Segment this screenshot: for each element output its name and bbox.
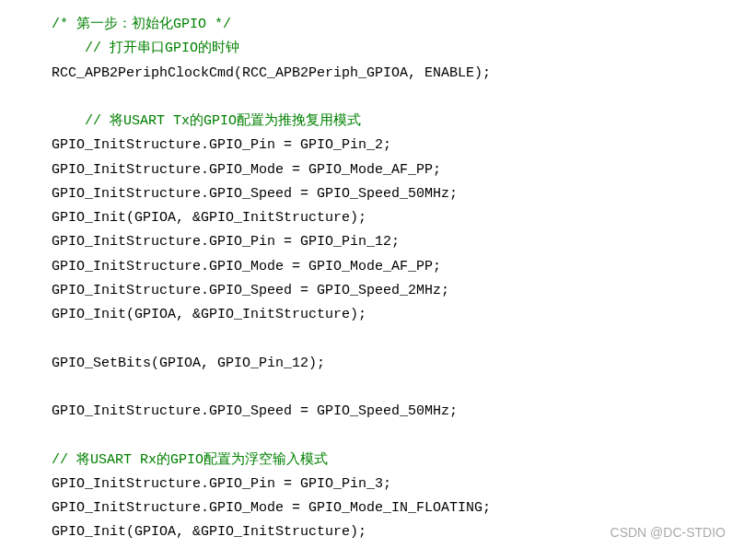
- code-text: GPIO_Init(GPIOA, &GPIO_InitStructure);: [52, 524, 366, 540]
- code-line: GPIO_Init(GPIOA, &GPIO_InitStructure);: [18, 206, 726, 230]
- code-text: GPIO_InitStructure.GPIO_Pin = GPIO_Pin_3…: [52, 476, 391, 492]
- comment-text: // 打开串口GPIO的时钟: [85, 41, 239, 56]
- code-block: /* 第一步：初始化GPIO */ // 打开串口GPIO的时钟 RCC_APB…: [0, 0, 744, 558]
- code-line: RCC_APB2PeriphClockCmd(RCC_APB2Periph_GP…: [18, 62, 726, 86]
- code-line: GPIO_Init(GPIOA, &GPIO_InitStructure);: [18, 303, 726, 327]
- code-line: GPIO_InitStructure.GPIO_Mode = GPIO_Mode…: [18, 158, 726, 182]
- code-text: GPIO_InitStructure.GPIO_Speed = GPIO_Spe…: [52, 283, 449, 298]
- code-line: [18, 376, 726, 400]
- comment-text: // 将USART Rx的GPIO配置为浮空输入模式: [52, 452, 328, 468]
- code-line: GPIO_InitStructure.GPIO_Mode = GPIO_Mode…: [18, 255, 726, 279]
- code-line: // 打开串口GPIO的时钟: [18, 37, 726, 61]
- code-text: GPIO_SetBits(GPIOA, GPIO_Pin_12);: [52, 356, 325, 371]
- code-line: GPIO_InitStructure.GPIO_Pin = GPIO_Pin_2…: [18, 134, 726, 158]
- code-line: GPIO_InitStructure.GPIO_Mode = GPIO_Mode…: [18, 496, 726, 520]
- code-line: GPIO_InitStructure.GPIO_Speed = GPIO_Spe…: [18, 279, 726, 303]
- code-text: GPIO_InitStructure.GPIO_Mode = GPIO_Mode…: [52, 259, 441, 274]
- code-line: // 将USART Rx的GPIO配置为浮空输入模式: [18, 449, 726, 472]
- code-text: GPIO_Init(GPIOA, &GPIO_InitStructure);: [52, 210, 366, 226]
- code-text: GPIO_InitStructure.GPIO_Pin = GPIO_Pin_1…: [52, 234, 400, 250]
- comment-text: // 将USART Tx的GPIO配置为推挽复用模式: [85, 113, 361, 129]
- code-line: [18, 86, 726, 110]
- code-line: [18, 327, 726, 351]
- code-text: GPIO_InitStructure.GPIO_Speed = GPIO_Spe…: [52, 186, 458, 202]
- code-line: /* 第一步：初始化GPIO */: [18, 13, 726, 37]
- code-line: [18, 424, 726, 448]
- code-line: GPIO_InitStructure.GPIO_Speed = GPIO_Spe…: [18, 400, 726, 424]
- code-line: GPIO_SetBits(GPIOA, GPIO_Pin_12);: [18, 352, 726, 376]
- code-text: GPIO_InitStructure.GPIO_Pin = GPIO_Pin_2…: [52, 137, 391, 153]
- code-text: GPIO_InitStructure.GPIO_Mode = GPIO_Mode…: [52, 500, 491, 516]
- code-text: GPIO_InitStructure.GPIO_Speed = GPIO_Spe…: [52, 403, 458, 419]
- code-line: GPIO_InitStructure.GPIO_Speed = GPIO_Spe…: [18, 182, 726, 206]
- watermark-text: CSDN @DC-STDIO: [610, 521, 726, 544]
- code-line: // 将USART Tx的GPIO配置为推挽复用模式: [18, 110, 726, 134]
- code-text: GPIO_InitStructure.GPIO_Mode = GPIO_Mode…: [52, 162, 441, 178]
- comment-text: /* 第一步：初始化GPIO */: [52, 17, 231, 32]
- code-text: RCC_APB2PeriphClockCmd(RCC_APB2Periph_GP…: [52, 65, 491, 81]
- code-line: GPIO_InitStructure.GPIO_Pin = GPIO_Pin_3…: [18, 472, 726, 496]
- code-line: GPIO_InitStructure.GPIO_Pin = GPIO_Pin_1…: [18, 230, 726, 254]
- code-text: GPIO_Init(GPIOA, &GPIO_InitStructure);: [52, 307, 366, 322]
